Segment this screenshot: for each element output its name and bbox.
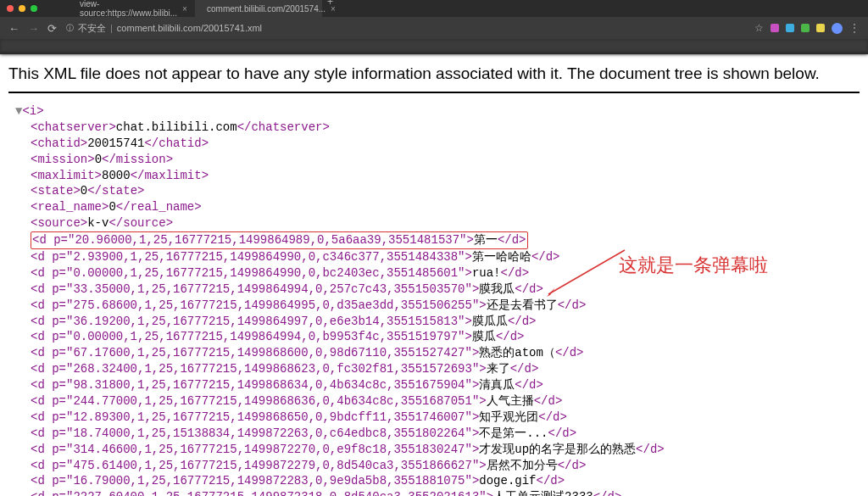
- extension-icon[interactable]: [816, 24, 825, 32]
- xml-danmaku-line: <d p="18.74000,1,25,15138834,1499872263,…: [8, 426, 860, 442]
- back-icon[interactable]: ←: [8, 22, 19, 35]
- extension-icon[interactable]: [786, 24, 794, 32]
- xml-danmaku-line: <d p="0.00000,1,25,16777215,1499864990,0…: [8, 265, 860, 281]
- xml-danmaku-line: <d p="244.77000,1,25,16777215,1499868636…: [8, 393, 860, 410]
- xml-danmaku-line: <d p="0.00000,1,25,16777215,1499864994,0…: [8, 329, 860, 345]
- xml-meta-line: <mission>0</mission>: [8, 152, 860, 168]
- xml-meta-line: <maxlimit>8000</maxlimit>: [8, 168, 860, 184]
- new-tab-button[interactable]: +: [322, 0, 338, 21]
- tab-bar: view-source:https://www.bilibi... × comm…: [0, 0, 868, 17]
- xml-danmaku-line: <d p="2.93900,1,25,16777215,1499864990,0…: [8, 249, 860, 265]
- tab-label: comment.bilibili.com/2001574...: [207, 4, 326, 14]
- xml-danmaku-line: <d p="275.68600,1,25,16777215,1499864995…: [8, 298, 860, 314]
- xml-danmaku-line: <d p="12.89300,1,25,16777215,1499868650,…: [8, 410, 860, 426]
- reload-icon[interactable]: ⟳: [47, 22, 57, 35]
- insecure-label: 不安全: [78, 22, 106, 35]
- tab-active[interactable]: comment.bilibili.com/2001574... ×: [195, 0, 322, 21]
- extension-icon[interactable]: [771, 24, 779, 32]
- url-field[interactable]: ⓘ 不安全 | comment.bilibili.com/20015741.xm…: [65, 22, 746, 35]
- traffic-light-zoom[interactable]: [31, 5, 37, 12]
- extension-icon[interactable]: [801, 24, 810, 32]
- tab-close-icon[interactable]: ×: [182, 4, 187, 14]
- menu-icon[interactable]: ⋮: [849, 22, 860, 34]
- forward-icon[interactable]: →: [28, 22, 39, 35]
- xml-meta-line: <chatid>20015741</chatid>: [8, 136, 860, 152]
- traffic-light-close[interactable]: [7, 5, 14, 12]
- page-content: This XML file does not appear to have an…: [0, 54, 868, 496]
- star-icon[interactable]: ☆: [754, 22, 764, 34]
- xml-danmaku-line: <d p="2227.60400,1,25,16777215,149987231…: [8, 489, 860, 496]
- traffic-light-minimize[interactable]: [19, 5, 25, 12]
- tab-inactive[interactable]: view-source:https://www.bilibi... ×: [68, 0, 195, 21]
- xml-danmaku-line: <d p="268.32400,1,25,16777215,1499868623…: [8, 361, 860, 377]
- xml-meta-line: <chatserver>chat.bilibili.com</chatserve…: [8, 120, 860, 136]
- xml-danmaku-line: <d p="33.35000,1,25,16777215,1499864994,…: [8, 281, 860, 298]
- xml-danmaku-line: <d p="98.31800,1,25,16777215,1499868634,…: [8, 377, 860, 393]
- xml-meta-line: <state>0</state>: [8, 183, 860, 199]
- xml-tree: ▼<i><chatserver>chat.bilibili.com</chats…: [8, 93, 860, 496]
- tab-label: view-source:https://www.bilibi...: [80, 0, 177, 18]
- xml-danmaku-line: <d p="16.79000,1,25,16777215,1499872283,…: [8, 473, 860, 489]
- xml-meta-line: <real_name>0</real_name>: [8, 199, 860, 215]
- tabs: view-source:https://www.bilibi... × comm…: [68, 0, 338, 21]
- url-text: comment.bilibili.com/20015741.xml: [117, 23, 262, 33]
- insecure-icon: ⓘ: [65, 24, 74, 32]
- profile-avatar[interactable]: [832, 23, 843, 34]
- bookmarks-bar: [0, 39, 868, 54]
- toolbar-right: ☆ ⋮: [754, 22, 860, 34]
- xml-danmaku-line: <d p="36.19200,1,25,16777215,1499864997,…: [8, 314, 860, 330]
- xml-meta-line: <source>k-v</source>: [8, 215, 860, 231]
- xml-danmaku-line: <d p="314.46600,1,25,16777215,1499872270…: [8, 442, 860, 458]
- xml-danmaku-line: <d p="475.61400,1,25,16777215,1499872279…: [8, 458, 860, 474]
- xml-danmaku-line-highlighted: <d p="20.96000,1,25,16777215,1499864989,…: [8, 231, 860, 249]
- xml-danmaku-line: <d p="67.17600,1,25,16777215,1499868600,…: [8, 345, 860, 361]
- xml-no-style-notice: This XML file does not appear to have an…: [8, 59, 860, 93]
